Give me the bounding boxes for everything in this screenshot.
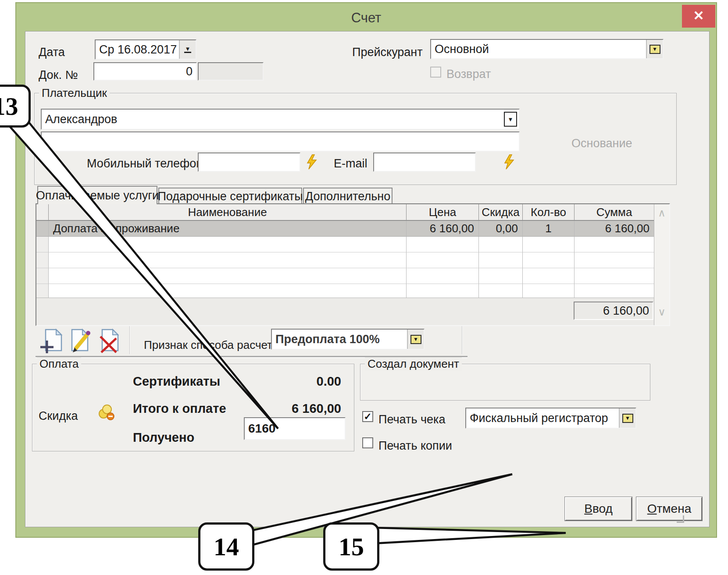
row-qty: 1 <box>523 221 575 237</box>
header-sum[interactable]: Сумма <box>575 204 654 221</box>
received-label: Получено <box>133 430 194 445</box>
tab-additional[interactable]: Дополнительно <box>303 188 393 204</box>
pricelist-value: Основной <box>431 43 646 56</box>
payer-second-input[interactable] <box>41 131 520 152</box>
toolbar-separator-2 <box>462 326 463 354</box>
payment-group-label: Оплата <box>37 357 81 371</box>
certificates-label: Сертификаты <box>133 374 220 389</box>
screenshot-stage: Счет ✕ Дата Ср 16.08.2017 ▼ Прейскурант … <box>0 0 728 575</box>
tab-gift-certificates-label: Подарочные сертификаты <box>157 190 303 203</box>
print-copy-label: Печать копии <box>378 439 452 453</box>
table-scrollbar[interactable]: ∧ ∨ <box>654 204 669 325</box>
certificates-value: 0.00 <box>262 374 341 389</box>
created-doc-label: Создал документ <box>365 357 462 371</box>
docnum-label: Док. № <box>39 68 78 82</box>
row-name: Доплата за проживание <box>49 221 407 237</box>
close-button[interactable]: ✕ <box>682 5 715 28</box>
enter-button-label: Ввод <box>584 502 613 516</box>
row-sum: 6 160,00 <box>575 221 654 237</box>
cancel-button-label: Отмена <box>647 502 691 516</box>
payment-method-combobox[interactable]: Предоплата 100% ▼ <box>271 329 425 350</box>
payment-method-dropdown-icon[interactable]: ▼ <box>407 330 424 349</box>
edit-row-icon[interactable] <box>68 328 93 353</box>
phone-input[interactable] <box>198 153 300 172</box>
print-receipt-checkbox[interactable]: ✓ <box>362 411 373 422</box>
payer-name-input[interactable]: Александров ▼ <box>41 109 520 130</box>
dialog-title: Счет <box>16 10 716 26</box>
pricelist-label: Прейскурант <box>352 46 423 59</box>
table-total: 6 160,00 <box>574 302 653 320</box>
fiscal-device-value: Фискальный регистратор <box>466 412 619 425</box>
delete-row-icon[interactable] <box>97 328 122 353</box>
basis-label: Основание <box>571 137 632 150</box>
payer-name-value: Александров <box>42 113 504 126</box>
print-copy-checkbox[interactable] <box>362 437 373 448</box>
header-price[interactable]: Цена <box>407 204 479 221</box>
close-icon: ✕ <box>693 8 704 23</box>
header-selector-cell <box>36 204 49 221</box>
checkmark-icon: ✓ <box>364 411 371 422</box>
scroll-down-icon[interactable]: ∨ <box>654 306 669 318</box>
scroll-up-icon[interactable]: ∧ <box>654 207 669 219</box>
docnum-extra-field <box>198 62 264 81</box>
tab-additional-label: Дополнительно <box>305 190 390 203</box>
email-send-icon[interactable] <box>503 154 515 170</box>
fiscal-device-dropdown-icon[interactable]: ▼ <box>619 408 635 428</box>
date-combobox[interactable]: Ср 16.08.2017 ▼ <box>95 39 196 60</box>
row-price: 6 160,00 <box>407 221 479 237</box>
toolbar-separator <box>129 326 130 354</box>
table-empty-row[interactable] <box>36 268 654 284</box>
row-discount: 0,00 <box>479 221 523 237</box>
services-table: Наименование Цена Скидка Кол-во Сумма До… <box>36 203 670 326</box>
tab-paid-services-label: Оплачиваемые услуги <box>36 189 159 202</box>
add-row-icon[interactable] <box>39 328 64 353</box>
resize-mark <box>677 515 684 523</box>
received-value: 6160 <box>245 422 345 436</box>
docnum-input[interactable]: 0 <box>93 62 197 81</box>
cancel-button[interactable]: Отмена <box>636 497 702 521</box>
callout-13: 13 <box>0 85 31 128</box>
table-empty-row[interactable] <box>36 237 654 252</box>
table-empty-row[interactable] <box>36 252 654 268</box>
callout-14-number: 14 <box>214 532 239 561</box>
phone-sms-icon[interactable] <box>306 154 318 170</box>
header-discount[interactable]: Скидка <box>479 204 523 221</box>
table-footer: 6 160,00 <box>36 298 669 325</box>
callout-13-number: 13 <box>0 92 18 121</box>
date-label: Дата <box>39 46 65 59</box>
discount-coins-icon[interactable] <box>97 402 116 422</box>
invoice-dialog: Счет ✕ Дата Ср 16.08.2017 ▼ Прейскурант … <box>15 2 717 538</box>
callout-15: 15 <box>323 522 379 571</box>
pricelist-dropdown-icon[interactable]: ▼ <box>646 40 663 58</box>
callout-15-number: 15 <box>339 532 364 561</box>
fiscal-device-combobox[interactable]: Фискальный регистратор ▼ <box>465 408 636 429</box>
header-name[interactable]: Наименование <box>49 204 407 221</box>
print-receipt-label: Печать чека <box>378 413 445 426</box>
email-input[interactable] <box>373 153 476 172</box>
date-dropdown-icon[interactable]: ▼ <box>179 40 196 59</box>
discount-label: Скидка <box>39 409 78 423</box>
table-header-row: Наименование Цена Скидка Кол-во Сумма <box>36 204 654 221</box>
table-row[interactable]: Доплата за проживание 6 160,00 0,00 1 6 … <box>36 221 654 237</box>
row-selector-cell <box>36 221 49 237</box>
return-checkbox[interactable] <box>430 67 441 78</box>
date-value: Ср 16.08.2017 <box>96 43 179 57</box>
docnum-value: 0 <box>94 65 196 78</box>
payment-method-label: Признак способа расчета <box>144 338 278 352</box>
total-due-label: Итого к оплате <box>133 401 226 416</box>
enter-button[interactable]: Ввод <box>565 497 632 521</box>
tab-gift-certificates[interactable]: Подарочные сертификаты <box>158 188 302 204</box>
title-bar[interactable]: Счет ✕ <box>16 3 716 31</box>
tab-paid-services[interactable]: Оплачиваемые услуги <box>37 186 157 204</box>
received-input[interactable]: 6160 <box>244 417 346 440</box>
header-qty[interactable]: Кол-во <box>523 204 575 221</box>
email-label: E-mail <box>334 157 368 170</box>
payer-dropdown-icon[interactable]: ▼ <box>504 112 517 127</box>
total-due-value: 6 160,00 <box>262 401 341 416</box>
dialog-content: Дата Ср 16.08.2017 ▼ Прейскурант Основно… <box>25 31 710 527</box>
return-label: Возврат <box>446 67 491 81</box>
phone-label: Мобильный телефон <box>87 157 203 170</box>
pricelist-combobox[interactable]: Основной ▼ <box>430 39 664 59</box>
created-doc-group: Создал документ <box>360 364 650 401</box>
callout-14: 14 <box>198 522 254 571</box>
